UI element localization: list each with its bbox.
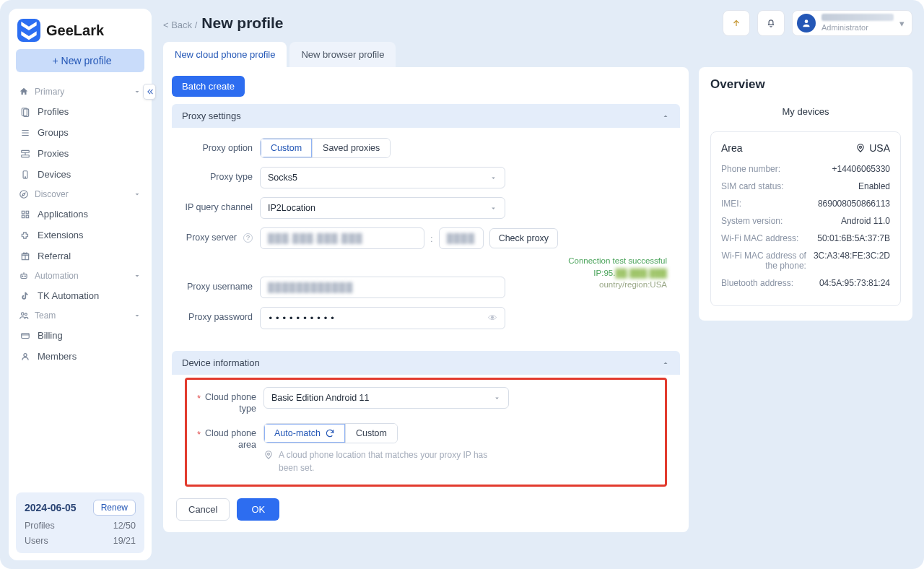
brand-name: GeeLark: [46, 22, 104, 39]
sidebar: GeeLark + New profile Primary Profiles G…: [9, 9, 152, 560]
device-property-row: IMEI:869008050866113: [721, 199, 890, 209]
house-icon: [19, 87, 29, 97]
proxy-port-input[interactable]: ████: [439, 227, 484, 249]
chevron-down-icon: [133, 87, 141, 96]
device-property-label: System version:: [721, 216, 783, 226]
chevron-down-icon: [489, 174, 497, 182]
device-property-value: Android 11.0: [841, 216, 890, 226]
device-property-value: Enabled: [858, 181, 890, 191]
avatar-icon: [797, 14, 816, 32]
breadcrumb: < Back / New profile: [163, 14, 284, 32]
sidebar-item-referral[interactable]: Referral: [16, 246, 144, 266]
sidebar-item-tk-automation[interactable]: TK Automation: [16, 285, 144, 306]
plan-footer: 2024-06-05 Renew Profiles 12/50 Users 19…: [16, 492, 144, 553]
gift-icon: [20, 251, 30, 261]
proxy-option-segment: Custom Saved proxies: [260, 138, 391, 158]
device-area-value: USA: [869, 142, 890, 154]
device-property-label: IMEI:: [721, 199, 741, 209]
check-proxy-button[interactable]: Check proxy: [489, 228, 558, 248]
renew-button[interactable]: Renew: [93, 500, 136, 516]
sidebar-item-groups[interactable]: Groups: [16, 122, 144, 143]
quota-profiles-value: 12/50: [113, 521, 136, 531]
proxy-username-input[interactable]: ████████████: [260, 277, 505, 298]
new-profile-button[interactable]: + New profile: [16, 49, 144, 72]
svg-point-19: [25, 276, 25, 277]
sidebar-item-proxies[interactable]: Proxies: [16, 143, 144, 164]
sidebar-item-applications[interactable]: Applications: [16, 204, 144, 225]
area-custom[interactable]: Custom: [345, 424, 397, 443]
device-info-card: Area USA Phone number:+14406065330SIM ca…: [710, 131, 901, 306]
info-icon[interactable]: ?: [243, 233, 253, 243]
quota-users-label: Users: [25, 536, 48, 546]
list-icon: [20, 128, 30, 138]
device-property-value: 869008050866113: [818, 199, 890, 209]
svg-rect-23: [22, 333, 30, 338]
ip-query-select[interactable]: IP2Location: [260, 197, 505, 219]
area-auto-match[interactable]: Auto-match: [264, 424, 345, 443]
proxy-password-input[interactable]: •••••••••• 👁: [260, 307, 505, 329]
user-menu[interactable]: Administrator ▾: [792, 10, 912, 36]
proxies-icon: [20, 149, 30, 159]
chevron-down-icon: [489, 204, 497, 212]
page-title: New profile: [201, 14, 283, 32]
form-panel: Batch create Proxy settings Proxy option…: [163, 67, 689, 532]
sidebar-item-members[interactable]: Members: [16, 346, 144, 367]
nav-group-automation[interactable]: Automation: [16, 266, 144, 285]
device-property-label: Phone number:: [721, 164, 780, 174]
ok-button[interactable]: OK: [237, 498, 279, 521]
proxy-host-input[interactable]: ███.███.███.███: [260, 227, 424, 249]
section-proxy-header[interactable]: Proxy settings: [172, 104, 680, 128]
refresh-icon: [325, 428, 335, 438]
svg-rect-12: [26, 211, 29, 214]
svg-point-28: [860, 146, 862, 148]
location-icon: [263, 450, 274, 460]
svg-rect-6: [22, 155, 30, 157]
team-icon: [19, 310, 29, 321]
device-property-row: Phone number:+14406065330: [721, 164, 890, 174]
device-property-value: 04:5A:95:73:81:24: [819, 278, 890, 288]
tab-browser[interactable]: New browser profile: [289, 42, 396, 67]
brand-logo: GeeLark: [16, 16, 144, 49]
cancel-button[interactable]: Cancel: [176, 498, 230, 521]
nav-group-discover[interactable]: Discover: [16, 185, 144, 204]
device-property-row: Wi-Fi MAC address of the phone:3C:A3:48:…: [721, 251, 890, 271]
label-proxy-option: Proxy option: [185, 138, 253, 153]
sidebar-item-billing[interactable]: Billing: [16, 325, 144, 346]
sidebar-collapse-toggle[interactable]: [143, 84, 156, 100]
notifications-button[interactable]: [757, 10, 785, 36]
label-proxy-password: Proxy password: [185, 307, 253, 322]
user-icon: [20, 352, 30, 362]
sidebar-item-extensions[interactable]: Extensions: [16, 225, 144, 246]
proxy-option-custom[interactable]: Custom: [261, 139, 312, 157]
device-property-row: Bluetooth address:04:5A:95:73:81:24: [721, 278, 890, 288]
nav-group-primary[interactable]: Primary: [16, 82, 144, 101]
svg-point-25: [24, 353, 27, 356]
chevron-down-icon: [493, 394, 501, 402]
device-property-value: 50:01:6B:5A:37:7B: [817, 233, 890, 243]
device-property-label: SIM card status:: [721, 181, 784, 191]
proxy-type-select[interactable]: Socks5: [260, 167, 505, 188]
my-devices-tab[interactable]: My devices: [780, 102, 830, 121]
main: < Back / New profile Administrator: [152, 0, 924, 569]
upload-button[interactable]: [723, 10, 750, 36]
svg-rect-13: [22, 215, 24, 218]
section-device-header[interactable]: Device information: [172, 351, 680, 375]
proxy-option-saved[interactable]: Saved proxies: [312, 139, 390, 157]
overview-title: Overview: [710, 77, 901, 92]
eye-icon[interactable]: 👁: [488, 313, 497, 323]
tab-cloud-phone[interactable]: New cloud phone profile: [163, 42, 287, 67]
chevron-up-icon: [661, 112, 670, 121]
cloud-phone-type-select[interactable]: Basic Edition Android 11: [263, 387, 509, 409]
chevron-down-icon: [133, 311, 141, 320]
sidebar-item-profiles[interactable]: Profiles: [16, 101, 144, 122]
batch-create-button[interactable]: Batch create: [172, 76, 245, 97]
quota-users-value: 19/21: [113, 536, 136, 546]
back-link[interactable]: < Back /: [163, 19, 197, 30]
nav-group-team[interactable]: Team: [16, 306, 144, 325]
tiktok-icon: [20, 291, 30, 301]
chevron-down-icon: [133, 190, 141, 199]
svg-point-18: [22, 276, 23, 277]
device-property-value: 3C:A3:48:FE:3C:2D: [814, 251, 890, 271]
sidebar-item-devices[interactable]: Devices: [16, 164, 144, 185]
chevron-up-icon: [661, 359, 670, 368]
